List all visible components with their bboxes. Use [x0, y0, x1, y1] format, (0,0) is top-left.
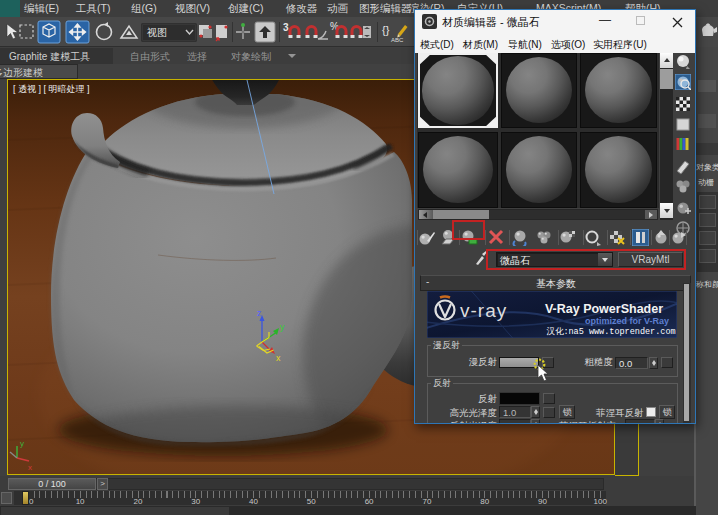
svg-text:z: z: [257, 308, 262, 318]
svg-text:3: 3: [283, 22, 289, 33]
svg-text:optimized for V-Ray: optimized for V-Ray: [585, 316, 669, 326]
svg-text:V-Ray PowerShader: V-Ray PowerShader: [545, 302, 663, 316]
svg-text:汉化:na5 www.toprender.com: 汉化:na5 www.toprender.com: [546, 326, 675, 337]
svg-text:x: x: [276, 353, 281, 363]
svg-text:x: x: [28, 463, 32, 472]
svg-text:y: y: [280, 322, 285, 332]
svg-text:y: y: [20, 439, 24, 448]
svg-text:ABC: ABC: [391, 37, 404, 43]
svg-text:v-ray: v-ray: [460, 300, 507, 321]
svg-text:{}: {}: [382, 24, 390, 36]
